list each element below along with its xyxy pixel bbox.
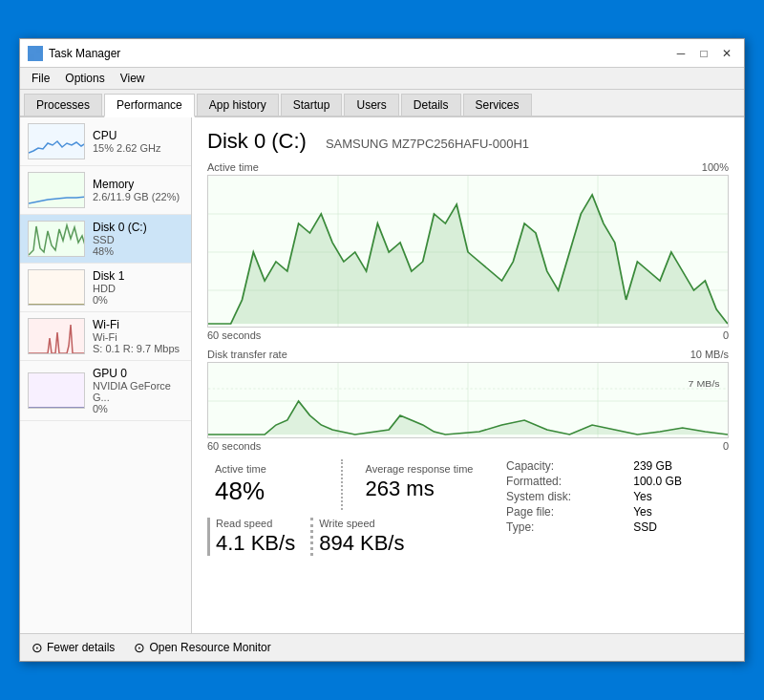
sidebar-item-disk1[interactable]: Disk 1 HDD 0% — [20, 264, 191, 312]
open-resource-monitor-button[interactable]: ⊙ Open Resource Monitor — [134, 640, 270, 655]
capacity-val: 239 GB — [633, 459, 729, 473]
disk1-label: Disk 1 — [93, 269, 183, 283]
stats-area: Active time 48% Average response time 26… — [207, 459, 729, 556]
gpu0-thumbnail — [28, 372, 85, 409]
disk0-info: Disk 0 (C:) SSD 48% — [93, 221, 183, 257]
write-speed-stat: Write speed 894 KB/s — [310, 518, 404, 556]
menu-options[interactable]: Options — [57, 70, 112, 87]
main-panel: Disk 0 (C:) SAMSUNG MZ7PC256HAFU-000H1 A… — [192, 117, 744, 633]
tab-users[interactable]: Users — [344, 94, 398, 116]
disk0-label: Disk 0 (C:) — [93, 221, 183, 234]
gpu0-usage: 0% — [93, 403, 183, 414]
tab-bar: Processes Performance App history Startu… — [20, 90, 744, 117]
menu-bar: File Options View — [20, 68, 744, 90]
fewer-details-label: Fewer details — [47, 641, 115, 654]
active-time-section: Active time 100% — [207, 161, 729, 341]
page-file-val: Yes — [633, 505, 729, 519]
resource-monitor-icon: ⊙ — [134, 640, 145, 655]
memory-usage: 2.6/11.9 GB (22%) — [93, 191, 183, 202]
system-disk-val: Yes — [633, 490, 729, 503]
read-speed-stat: Read speed 4.1 KB/s — [207, 518, 295, 556]
active-time-bottom-right: 0 — [723, 329, 729, 341]
fewer-details-icon: ⊙ — [32, 640, 43, 655]
write-speed-label: Write speed — [319, 518, 404, 529]
menu-file[interactable]: File — [24, 70, 57, 87]
disk1-type: HDD — [93, 283, 183, 294]
tab-services[interactable]: Services — [463, 94, 532, 116]
avg-response-value: 263 ms — [366, 477, 477, 501]
memory-label: Memory — [93, 178, 183, 191]
type-val: SSD — [633, 520, 729, 534]
transfer-bottom-right: 0 — [723, 440, 729, 452]
svg-rect-1 — [36, 47, 42, 53]
maximize-button[interactable]: □ — [694, 44, 713, 63]
sidebar-item-gpu0[interactable]: GPU 0 NVIDIA GeForce G... 0% — [20, 361, 191, 421]
active-time-bottom-left: 60 seconds — [207, 329, 261, 341]
read-speed-label: Read speed — [216, 518, 295, 529]
disk0-thumbnail — [28, 221, 85, 257]
memory-info: Memory 2.6/11.9 GB (22%) — [93, 178, 183, 202]
content-area: CPU 15% 2.62 GHz Memory 2.6/11.9 GB (22%… — [20, 117, 744, 633]
detail-grid: Capacity: 239 GB Formatted: 100.0 GB Sys… — [499, 459, 729, 534]
gpu0-info: GPU 0 NVIDIA GeForce G... 0% — [93, 367, 183, 414]
sidebar-item-wifi[interactable]: Wi-Fi Wi-Fi S: 0.1 R: 9.7 Mbps — [20, 312, 191, 361]
menu-view[interactable]: View — [113, 70, 153, 87]
active-time-label: Active time — [207, 161, 259, 173]
close-button[interactable]: ✕ — [717, 44, 736, 63]
fewer-details-button[interactable]: ⊙ Fewer details — [32, 640, 115, 655]
svg-text:7 MB/s: 7 MB/s — [689, 379, 720, 389]
active-time-chart — [207, 175, 729, 328]
type-key: Type: — [506, 520, 618, 534]
sidebar-item-cpu[interactable]: CPU 15% 2.62 GHz — [20, 117, 191, 166]
avg-response-stat: Average response time 263 ms — [358, 459, 484, 510]
wifi-speed: S: 0.1 R: 9.7 Mbps — [93, 343, 183, 354]
tab-performance[interactable]: Performance — [104, 94, 195, 117]
capacity-key: Capacity: — [506, 459, 618, 473]
title-bar: Task Manager ─ □ ✕ — [20, 39, 744, 68]
stats-left: Active time 48% Average response time 26… — [207, 459, 483, 556]
sidebar-item-memory[interactable]: Memory 2.6/11.9 GB (22%) — [20, 166, 191, 215]
task-manager-window: Task Manager ─ □ ✕ File Options View Pro… — [19, 38, 745, 662]
minimize-button[interactable]: ─ — [671, 44, 690, 63]
sidebar-item-disk0[interactable]: Disk 0 (C:) SSD 48% — [20, 215, 191, 264]
wifi-type: Wi-Fi — [93, 331, 183, 343]
title-bar-left: Task Manager — [28, 46, 120, 61]
disk1-info: Disk 1 HDD 0% — [93, 269, 183, 306]
active-time-label-row: Active time 100% — [207, 161, 729, 173]
app-icon — [28, 46, 43, 61]
transfer-chart: 7 MB/s — [207, 362, 729, 438]
read-speed-value: 4.1 KB/s — [216, 531, 295, 556]
write-speed-value: 894 KB/s — [319, 531, 404, 556]
gpu0-model: NVIDIA GeForce G... — [93, 380, 183, 403]
tab-app-history[interactable]: App history — [197, 94, 279, 116]
active-time-stat-label: Active time — [215, 463, 326, 475]
cpu-info: CPU 15% 2.62 GHz — [93, 129, 183, 154]
svg-rect-3 — [36, 54, 42, 60]
speed-stats: Read speed 4.1 KB/s Write speed 894 KB/s — [207, 518, 483, 556]
tab-processes[interactable]: Processes — [24, 94, 102, 116]
disk1-thumbnail — [28, 269, 85, 306]
tab-details[interactable]: Details — [401, 94, 461, 116]
active-time-stat: Active time 48% — [207, 459, 343, 510]
open-resource-monitor-label: Open Resource Monitor — [149, 641, 270, 654]
cpu-usage: 15% 2.62 GHz — [93, 142, 183, 154]
gpu0-label: GPU 0 — [93, 367, 183, 380]
active-time-max: 100% — [702, 161, 729, 173]
tab-startup[interactable]: Startup — [281, 94, 343, 116]
transfer-max: 10 MB/s — [690, 349, 729, 360]
footer: ⊙ Fewer details ⊙ Open Resource Monitor — [20, 633, 744, 661]
disk0-type: SSD — [93, 234, 183, 245]
sidebar: CPU 15% 2.62 GHz Memory 2.6/11.9 GB (22%… — [20, 117, 192, 633]
formatted-val: 100.0 GB — [633, 475, 729, 488]
transfer-bottom-row: 60 seconds 0 — [207, 440, 729, 452]
transfer-bottom-left: 60 seconds — [207, 440, 261, 452]
disk-model: SAMSUNG MZ7PC256HAFU-000H1 — [326, 137, 529, 151]
window-title: Task Manager — [49, 47, 120, 60]
transfer-rate-section: Disk transfer rate 10 MB/s 7 MB/s — [207, 349, 729, 452]
wifi-info: Wi-Fi Wi-Fi S: 0.1 R: 9.7 Mbps — [93, 318, 183, 354]
memory-thumbnail — [28, 172, 85, 208]
disk-header: Disk 0 (C:) SAMSUNG MZ7PC256HAFU-000H1 — [207, 129, 729, 154]
active-time-bottom-row: 60 seconds 0 — [207, 329, 729, 341]
svg-rect-2 — [29, 54, 34, 60]
active-time-stat-value: 48% — [215, 477, 326, 506]
